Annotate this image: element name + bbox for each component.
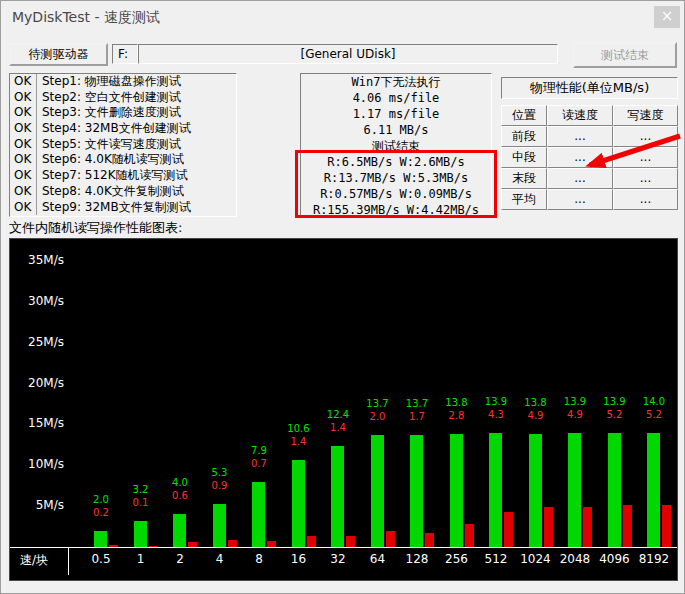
perf-write-cell: ... [613, 168, 678, 189]
step-row[interactable]: OK Step1: 物理磁盘操作测试 [10, 74, 236, 90]
x-axis-tick-label: 64 [358, 552, 398, 566]
write-value-label: 2.8 [436, 410, 478, 422]
read-bar [213, 504, 226, 547]
step-row[interactable]: OK Step5: 文件读写速度测试 [10, 137, 236, 153]
perf-write-cell: ... [613, 126, 678, 147]
step-status: OK [10, 184, 37, 200]
x-axis-tick-label: 4096 [595, 552, 635, 566]
read-bar [173, 514, 186, 547]
write-value-label: 1.4 [278, 436, 320, 448]
y-axis-tick-label: 10M/s [10, 457, 64, 472]
step-label: Step8: 4.0K文件复制测试 [37, 184, 184, 200]
step-status: OK [10, 105, 37, 121]
result-line-highlight: R:155.39MB/s W:4.42MB/s [301, 202, 491, 217]
read-bar [292, 460, 305, 547]
read-value-label: 13.7 [396, 398, 438, 410]
read-value-label: 13.9 [594, 396, 636, 408]
perf-header-cell: 位置 [501, 105, 547, 126]
read-value-label: 12.4 [317, 409, 359, 421]
read-value-label: 7.9 [238, 445, 280, 457]
read-bar [568, 433, 581, 547]
result-line-highlight: R:0.57MB/s W:0.09MB/s [301, 186, 491, 202]
write-bar [386, 531, 395, 547]
write-value-label: 4.9 [515, 410, 557, 422]
y-axis-tick-label: 5M/s [10, 498, 64, 513]
step-label: Step7: 512K随机读写测试 [37, 168, 188, 184]
read-bar [94, 531, 107, 547]
perf-table: 位置 读速度 写速度 前段 ... ... 中段 ... ... 末段 ... … [501, 105, 678, 210]
step-label: Step4: 32MB文件创建测试 [37, 121, 191, 137]
step-row[interactable]: OK Step6: 4.0K随机读写测试 [10, 152, 236, 168]
perf-write-cell: ... [613, 147, 678, 168]
x-axis-line [10, 547, 678, 548]
read-bar [134, 521, 147, 547]
x-axis-tick-label: 32 [318, 552, 358, 566]
perf-read-cell: ... [547, 168, 613, 189]
step-row[interactable]: OK Step9: 32MB文件复制测试 [10, 200, 236, 216]
write-value-label: 1.4 [317, 422, 359, 434]
write-bar [623, 505, 632, 547]
perf-row-label: 平均 [501, 189, 547, 210]
y-axis-tick-label: 25M/s [10, 335, 64, 350]
write-bar [149, 546, 158, 547]
perf-read-cell: ... [547, 147, 613, 168]
performance-chart: 速/块 5M/s10M/s15M/s20M/s25M/s30M/s35M/s2.… [9, 238, 678, 581]
y-axis-tick-label: 20M/s [10, 376, 64, 391]
read-bar [252, 482, 265, 547]
results-panel: Win7下无法执行 4.06 ms/file 1.17 ms/file 6.11… [300, 73, 492, 217]
close-icon: × [661, 7, 674, 25]
step-status: OK [10, 90, 37, 106]
x-axis-tick-label: 256 [437, 552, 477, 566]
perf-row-label: 末段 [501, 168, 547, 189]
step-status: OK [10, 200, 37, 216]
write-value-label: 0.2 [80, 507, 122, 519]
step-row[interactable]: OK Step2: 空白文件创建测试 [10, 90, 236, 106]
x-axis-tick-label: 16 [279, 552, 319, 566]
x-axis-tick-label: 1024 [516, 552, 556, 566]
perf-row-label: 中段 [501, 147, 547, 168]
write-bar [346, 536, 355, 547]
x-axis-tick-label: 128 [397, 552, 437, 566]
read-value-label: 4.0 [159, 477, 201, 489]
write-value-label: 0.6 [159, 490, 201, 502]
x-axis-tick-label: 2 [160, 552, 200, 566]
write-bar [425, 533, 434, 547]
x-axis-tick-label: 0.5 [81, 552, 121, 566]
step-row[interactable]: OK Step4: 32MB文件创建测试 [10, 121, 236, 137]
read-value-label: 5.3 [199, 467, 241, 479]
write-bar [544, 507, 553, 547]
step-list[interactable]: OK Step1: 物理磁盘操作测试 OK Step2: 空白文件创建测试 OK… [9, 73, 237, 217]
read-value-label: 13.9 [475, 396, 517, 408]
y-axis-tick-label: 15M/s [10, 416, 64, 431]
drive-select-button[interactable]: 待测驱动器 [9, 43, 108, 66]
perf-row-label: 前段 [501, 126, 547, 147]
x-axis-unit-label: 速/块 [20, 552, 48, 569]
step-status: OK [10, 137, 37, 153]
read-bar [410, 435, 423, 547]
step-row[interactable]: OK Step7: 512K随机读写测试 [10, 168, 236, 184]
step-label: Step5: 文件读写速度测试 [37, 137, 181, 153]
read-value-label: 3.2 [120, 484, 162, 496]
read-bar [647, 433, 660, 547]
read-bar [331, 446, 344, 547]
x-axis-tick-label: 8192 [634, 552, 674, 566]
perf-header-cell: 写速度 [613, 105, 678, 126]
write-bar [267, 541, 276, 547]
result-line: Win7下无法执行 [301, 74, 491, 90]
write-value-label: 4.3 [475, 409, 517, 421]
device-name-field[interactable]: [General UDisk] [138, 44, 558, 64]
mydisktest-window: MyDiskTest - 速度测试 × 待测驱动器 F: [General UD… [0, 0, 685, 594]
step-label: Step2: 空白文件创建测试 [37, 90, 181, 106]
write-bar [504, 512, 513, 547]
read-bar [450, 434, 463, 547]
read-bar [371, 435, 384, 547]
read-value-label: 13.9 [554, 396, 596, 408]
close-button[interactable]: × [654, 6, 680, 28]
step-row[interactable]: OK Step3: 文件删除速度测试 [10, 105, 236, 121]
write-value-label: 0.1 [120, 497, 162, 509]
read-value-label: 13.8 [436, 397, 478, 409]
finish-test-button[interactable]: 测试结束 [573, 42, 677, 68]
drive-letter-field[interactable]: F: [112, 44, 138, 64]
title-bar[interactable]: MyDiskTest - 速度测试 × [1, 1, 684, 33]
step-row[interactable]: OK Step8: 4.0K文件复制测试 [10, 184, 236, 200]
